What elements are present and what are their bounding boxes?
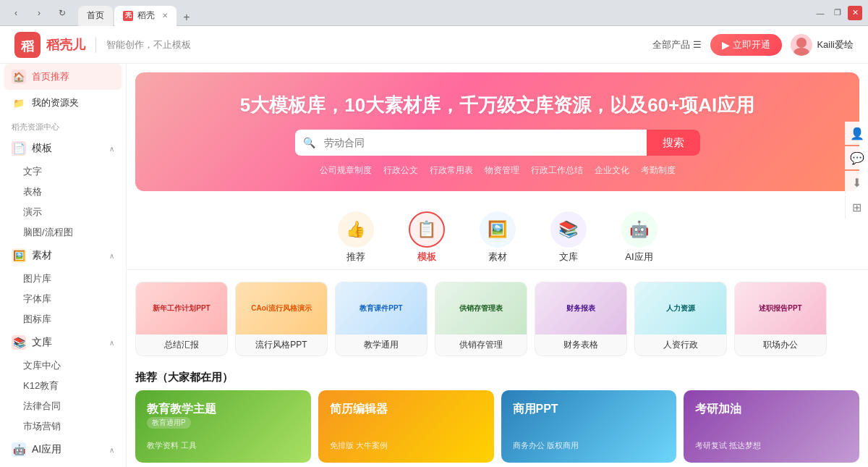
hero-banner: 5大模板库，10大素材库，千万级文库资源，以及60+项AI应用 🔍 搜索 公司规… <box>135 72 859 191</box>
rec-card-resume[interactable]: 简历编辑器 免排版 大牛案例 <box>318 390 494 463</box>
svg-text:稻: 稻 <box>20 39 35 54</box>
tab-close-button[interactable]: ✕ <box>162 12 168 20</box>
keyword-0[interactable]: 公司规章制度 <box>320 164 372 177</box>
sidebar-sub-present[interactable]: 演示 <box>0 202 126 222</box>
sidebar-item-home[interactable]: 🏠 首页推荐 <box>4 64 122 90</box>
rec-card-exam[interactable]: 考研加油 考研复试 抵达梦想 <box>684 390 859 463</box>
header-right: 全部产品 ☰ ▶ 立即开通 Kaili爱绘 <box>652 34 854 56</box>
minimize-button[interactable]: — <box>813 6 827 20</box>
logo-divider <box>95 37 96 53</box>
material-section-header[interactable]: 🖼️ 素材 ∧ <box>0 243 126 269</box>
search-icon: 🔍 <box>295 130 324 156</box>
back-button[interactable]: ‹ <box>6 5 26 21</box>
logo-icon: 稻 <box>14 32 41 58</box>
library-section-header[interactable]: 📚 文库 ∧ <box>0 329 126 355</box>
sidebar-sub-library-center[interactable]: 文库中心 <box>0 355 126 376</box>
search-bar: 🔍 搜索 <box>295 130 700 156</box>
user-area[interactable]: Kaili爱绘 <box>791 34 854 56</box>
nav-moban[interactable]: 📋 模板 <box>409 211 445 264</box>
sucai-icon: 🖼️ <box>480 211 516 248</box>
tab-active[interactable]: 壳 稻壳 ✕ <box>114 6 176 26</box>
keyword-5[interactable]: 企业文化 <box>595 164 629 177</box>
sidebar-sub-icon[interactable]: 图标库 <box>0 309 126 329</box>
rec-card-sub-0: 教学资料 工具 <box>147 440 299 451</box>
cat-label-6: 职场办公 <box>735 335 826 355</box>
logo-text: 稻壳儿 <box>46 36 85 54</box>
moban-label: 模板 <box>417 251 436 264</box>
sidebar-sub-text[interactable]: 文字 <box>0 161 126 182</box>
rec-card-education[interactable]: 教育教学主题 教育通用P 教学资料 工具 <box>135 390 311 463</box>
sidebar-sub-marketing[interactable]: 市场营销 <box>0 416 126 437</box>
cat-img-2: 教育课件PPT <box>336 282 427 335</box>
search-input[interactable] <box>324 130 647 156</box>
template-icon: 📄 <box>12 141 26 156</box>
restore-button[interactable]: ❐ <box>830 6 845 20</box>
keyword-1[interactable]: 行政公文 <box>383 164 418 177</box>
svg-point-2 <box>796 38 807 48</box>
folder-icon: 📁 <box>12 96 26 110</box>
svg-point-3 <box>793 48 809 56</box>
ai-label: AI应用 <box>625 251 652 264</box>
hot-keywords: 公司规章制度 行政公文 行政常用表 物资管理 行政工作总结 企业文化 考勤制度 <box>164 164 830 177</box>
sidebar-sub-legal[interactable]: 法律合同 <box>0 396 126 416</box>
sidebar-sub-image[interactable]: 图片库 <box>0 269 126 289</box>
browser-controls: ‹ › ↻ <box>6 5 72 21</box>
close-button[interactable]: ✕ <box>848 6 862 20</box>
nav-ai[interactable]: 🤖 AI应用 <box>621 211 658 264</box>
sidebar-sub-table[interactable]: 表格 <box>0 182 126 202</box>
username: Kaili爱绘 <box>817 38 854 51</box>
rec-card-title-0: 教育教学主题 <box>147 402 299 417</box>
cat-card-6[interactable]: 述职报告PPT 职场办公 <box>734 282 827 356</box>
wenku-icon: 📚 <box>550 211 587 248</box>
refresh-button[interactable]: ↻ <box>52 5 72 21</box>
nav-wenku[interactable]: 📚 文库 <box>550 211 587 264</box>
float-grid-button[interactable]: ⊞ <box>845 195 868 219</box>
cat-card-0[interactable]: 新年工作计划PPT 总结汇报 <box>135 282 228 356</box>
ai-nav-icon: 🤖 <box>621 211 658 248</box>
sucai-label: 素材 <box>488 251 507 264</box>
keyword-4[interactable]: 行政工作总结 <box>531 164 583 177</box>
tab-favicon-text: 壳 <box>125 11 132 20</box>
keyword-3[interactable]: 物资管理 <box>485 164 519 177</box>
right-float-panel: 👤 💬 ⬇ ⊞ <box>845 122 868 219</box>
rec-card-ppt[interactable]: 商用PPT 商务办公 版权商用 <box>501 390 677 463</box>
keyword-2[interactable]: 行政常用表 <box>430 164 473 177</box>
library-chevron: ∧ <box>109 339 114 347</box>
cat-card-1[interactable]: CAoi流行风格演示 流行风格PPT <box>235 282 328 356</box>
nav-sucai[interactable]: 🖼️ 素材 <box>480 211 516 264</box>
tab-home-label: 首页 <box>87 9 104 22</box>
sidebar-sub-k12[interactable]: K12教育 <box>0 376 126 396</box>
all-products-button[interactable]: 全部产品 ☰ <box>652 38 702 51</box>
vip-button[interactable]: ▶ 立即开通 <box>710 34 782 56</box>
template-section-header[interactable]: 📄 模板 ∧ <box>0 135 126 161</box>
keyword-6[interactable]: 考勤制度 <box>641 164 676 177</box>
search-button[interactable]: 搜索 <box>647 130 700 156</box>
tab-home[interactable]: 首页 <box>78 6 113 26</box>
sidebar-sub-mindmap[interactable]: 脑图/流程图 <box>0 222 126 243</box>
sidebar-sub-font[interactable]: 字体库 <box>0 289 126 309</box>
float-message-button[interactable]: 💬 <box>845 146 868 169</box>
float-download-button[interactable]: ⬇ <box>845 171 868 194</box>
browser-window-controls: — ❐ ✕ <box>813 6 862 20</box>
forward-button[interactable]: › <box>29 5 49 21</box>
ai-section-header[interactable]: 🤖 AI应用 ∧ <box>0 437 126 463</box>
cat-card-4[interactable]: 财务报表 财务表格 <box>535 282 627 356</box>
nav-icons-row: 👍 推荐 📋 模板 🖼️ 素材 📚 文库 🤖 AI应用 <box>127 200 868 270</box>
cat-card-3[interactable]: 供销存管理表 供销存管理 <box>435 282 527 356</box>
rec-card-inner-3: 考研加油 考研复试 抵达梦想 <box>684 390 859 463</box>
float-user-button[interactable]: 👤 <box>845 122 868 145</box>
cat-img-4: 财务报表 <box>535 282 626 335</box>
rec-card-sub-3: 考研复试 抵达梦想 <box>695 440 848 451</box>
nav-tuijian[interactable]: 👍 推荐 <box>338 211 374 264</box>
template-chevron: ∧ <box>109 145 114 153</box>
cat-img-6: 述职报告PPT <box>735 282 826 335</box>
cat-card-5[interactable]: 人力资源 人资行政 <box>634 282 727 356</box>
ai-icon: 🤖 <box>12 442 26 457</box>
tab-bar: 首页 壳 稻壳 ✕ + <box>78 0 807 26</box>
rec-card-sub-2: 商务办公 版权商用 <box>513 440 665 451</box>
new-tab-button[interactable]: + <box>178 9 195 26</box>
sidebar-item-folder[interactable]: 📁 我的资源夹 <box>0 90 126 116</box>
cat-card-2[interactable]: 教育课件PPT 教学通用 <box>335 282 427 356</box>
logo-area: 稻 稻壳儿 智能创作，不止模板 <box>14 32 191 58</box>
cat-img-3: 供销存管理表 <box>435 282 527 335</box>
